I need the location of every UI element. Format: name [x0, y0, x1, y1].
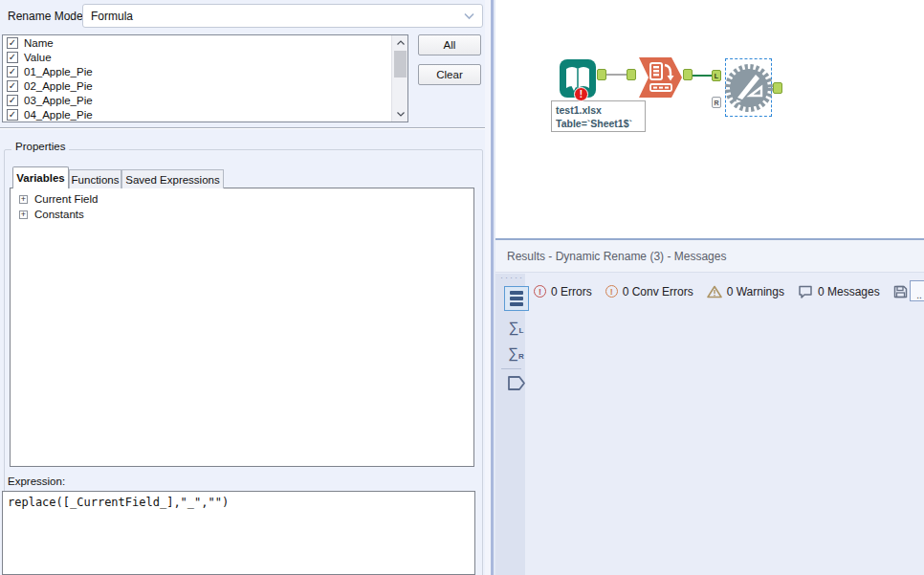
- errors-count: 0 Errors: [551, 285, 592, 299]
- warnings-count: 0 Warnings: [727, 285, 784, 299]
- tree-item-current-field[interactable]: + Current Field: [11, 191, 473, 207]
- scrollbar-thumb[interactable]: [394, 51, 407, 77]
- output-anchor[interactable]: [683, 69, 693, 80]
- checkbox-checked[interactable]: ✓: [7, 52, 18, 63]
- output-anchor[interactable]: [773, 82, 782, 94]
- rename-mode-label: Rename Mode:: [8, 10, 86, 23]
- drag-handle-icon[interactable]: ·····: [500, 273, 524, 282]
- sigma-left-icon[interactable]: ∑L: [505, 318, 527, 340]
- separator: [0, 127, 485, 129]
- overflow-button[interactable]: ..: [910, 280, 924, 301]
- field-row[interactable]: ✓ Name: [3, 35, 407, 50]
- conv-errors-count: 0 Conv Errors: [623, 285, 693, 299]
- connection-line[interactable]: [606, 74, 627, 76]
- warnings-icon: [707, 285, 722, 299]
- chevron-down-icon: [464, 12, 474, 20]
- variables-tree[interactable]: + Current Field + Constants: [10, 188, 474, 467]
- messages-count: 0 Messages: [818, 285, 880, 299]
- sigma-right-icon[interactable]: ∑R: [505, 343, 527, 365]
- field-row[interactable]: ✓ 02_Apple_Pie: [3, 78, 407, 93]
- clear-button[interactable]: Clear: [418, 64, 481, 85]
- rail-divider: [501, 368, 521, 369]
- transpose-tool-icon[interactable]: [639, 57, 683, 98]
- messages-view-icon[interactable]: [504, 286, 529, 311]
- expression-editor[interactable]: replace([_CurrentField_],"_",""): [2, 491, 475, 575]
- tab-saved-expressions[interactable]: Saved Expressions: [121, 169, 224, 188]
- dynamic-rename-tool-icon[interactable]: [724, 63, 774, 113]
- field-list[interactable]: ✓ Name ✓ Value ✓ 01_Apple_Pie ✓ 02_Apple…: [2, 34, 408, 122]
- errors-icon: !: [534, 285, 546, 298]
- messages-icon: [798, 285, 813, 299]
- all-button[interactable]: All: [418, 34, 481, 55]
- checkbox-checked[interactable]: ✓: [7, 80, 18, 92]
- tab-variables[interactable]: Variables: [12, 166, 69, 188]
- rename-mode-dropdown[interactable]: Formula: [82, 4, 483, 28]
- right-input-anchor[interactable]: R: [712, 97, 721, 108]
- rename-mode-value: Formula: [91, 10, 133, 23]
- checkbox-checked[interactable]: ✓: [7, 109, 18, 121]
- expression-label: Expression:: [8, 475, 65, 487]
- left-input-anchor[interactable]: L: [712, 70, 721, 81]
- field-row[interactable]: ✓ 04_Apple_Pie: [3, 107, 407, 122]
- expand-plus-icon[interactable]: +: [19, 210, 28, 219]
- config-panel: Rename Mode: Formula ✓ Name ✓ Value ✓ 01…: [0, 0, 485, 575]
- conv-errors-icon: !: [605, 285, 618, 298]
- results-rail: ····· ∑L ∑R: [495, 274, 525, 575]
- error-badge-icon: !: [574, 87, 588, 101]
- field-row[interactable]: ✓ 01_Apple_Pie: [3, 64, 407, 78]
- connection-line-green[interactable]: [693, 75, 714, 77]
- list-scrollbar[interactable]: [391, 35, 407, 122]
- results-title: Results - Dynamic Rename (3) - Messages: [495, 240, 924, 273]
- status-row: ! 0 Errors ! 0 Conv Errors 0 Warnings 0 …: [534, 283, 924, 299]
- properties-label: Properties: [11, 141, 69, 152]
- tree-item-constants[interactable]: + Constants: [11, 207, 473, 222]
- scroll-down-icon[interactable]: [392, 107, 408, 122]
- tool-annotation[interactable]: test1.xlsx Table=`Sheet1$`: [551, 100, 646, 132]
- expand-plus-icon[interactable]: +: [19, 195, 28, 204]
- workflow-canvas[interactable]: ! test1.xlsx Table=`Sheet1$` L R: [495, 0, 924, 238]
- output-anchor-icon[interactable]: [505, 372, 527, 394]
- input-anchor[interactable]: [627, 69, 636, 80]
- checkbox-checked[interactable]: ✓: [7, 95, 18, 106]
- tab-functions[interactable]: Functions: [69, 169, 121, 188]
- checkbox-checked[interactable]: ✓: [7, 37, 18, 49]
- field-row[interactable]: ✓ 03_Apple_Pie: [3, 93, 407, 107]
- output-anchor[interactable]: [597, 69, 606, 80]
- field-row[interactable]: ✓ Value: [3, 50, 407, 64]
- files-icon: [893, 285, 908, 299]
- scroll-up-icon[interactable]: [392, 35, 408, 50]
- results-panel: Results - Dynamic Rename (3) - Messages …: [495, 238, 924, 575]
- checkbox-checked[interactable]: ✓: [7, 66, 18, 77]
